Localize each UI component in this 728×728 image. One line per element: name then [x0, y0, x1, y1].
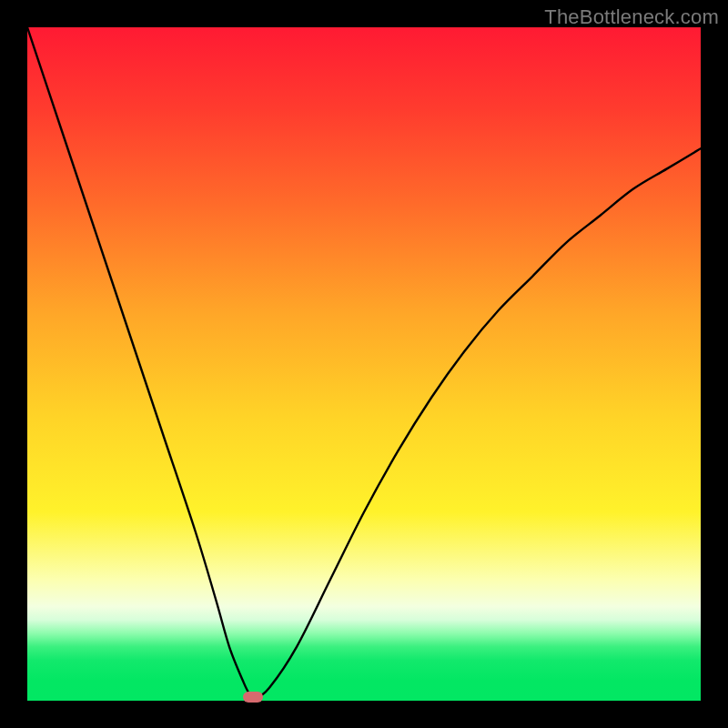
chart-frame: TheBottleneck.com [0, 0, 728, 728]
minimum-marker [243, 692, 263, 703]
plot-area [27, 27, 701, 701]
bottleneck-curve [27, 27, 701, 701]
watermark-text: TheBottleneck.com [544, 5, 719, 29]
